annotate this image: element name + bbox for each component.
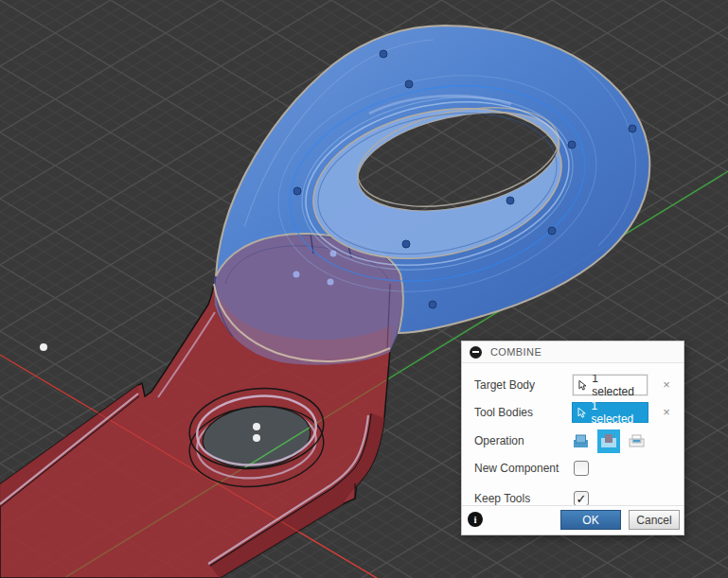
target-body-select-button[interactable]: 1 selected <box>573 375 648 395</box>
sketch-point[interactable] <box>293 271 300 278</box>
target-body-row: Target Body 1 selected × <box>474 374 561 396</box>
cursor-icon <box>577 407 588 419</box>
info-glyph: i <box>473 514 476 525</box>
target-body-label: Target Body <box>474 378 561 392</box>
tool-bodies-row: Tool Bodies 1 selected × <box>474 401 561 424</box>
target-body-clear-icon[interactable]: × <box>660 378 673 392</box>
dialog-header: COMBINE <box>462 342 684 363</box>
new-component-checkbox[interactable] <box>574 461 589 476</box>
cursor-icon <box>578 379 588 392</box>
keep-tools-label: Keep Tools <box>474 492 561 505</box>
sketch-point[interactable] <box>328 279 334 286</box>
tool-bodies-label: Tool Bodies <box>474 406 561 419</box>
sketch-point[interactable] <box>253 423 260 430</box>
origin-sketch-point[interactable] <box>40 343 47 351</box>
info-icon[interactable]: i <box>468 512 483 527</box>
tool-bodies-select-button[interactable]: 1 selected <box>572 402 648 423</box>
checkbox-mark: ✓ <box>577 493 587 505</box>
cancel-button[interactable]: Cancel <box>629 510 680 530</box>
cut-icon[interactable] <box>597 429 620 453</box>
tool-bodies-value: 1 selected <box>592 399 641 426</box>
new-component-row: New Component <box>474 457 561 480</box>
operation-row: Operation <box>474 429 561 452</box>
join-icon[interactable] <box>573 433 589 449</box>
new-component-label: New Component <box>474 462 561 475</box>
intersect-icon[interactable] <box>629 433 645 448</box>
fusion-viewport: COMBINE Target Body 1 selected × Tool Bo… <box>0 0 728 578</box>
combine-dialog: COMBINE Target Body 1 selected × Tool Bo… <box>461 341 684 535</box>
tool-bodies-clear-icon[interactable]: × <box>660 406 673 419</box>
keep-tools-checkbox[interactable]: ✓ <box>574 491 589 506</box>
dialog-footer: i OK Cancel <box>462 505 684 534</box>
collapse-icon[interactable] <box>470 346 482 359</box>
target-body-value: 1 selected <box>592 372 640 398</box>
sketch-point[interactable] <box>253 434 260 442</box>
operation-label: Operation <box>474 434 561 447</box>
dialog-title: COMBINE <box>490 346 542 358</box>
ok-button[interactable]: OK <box>560 510 621 530</box>
